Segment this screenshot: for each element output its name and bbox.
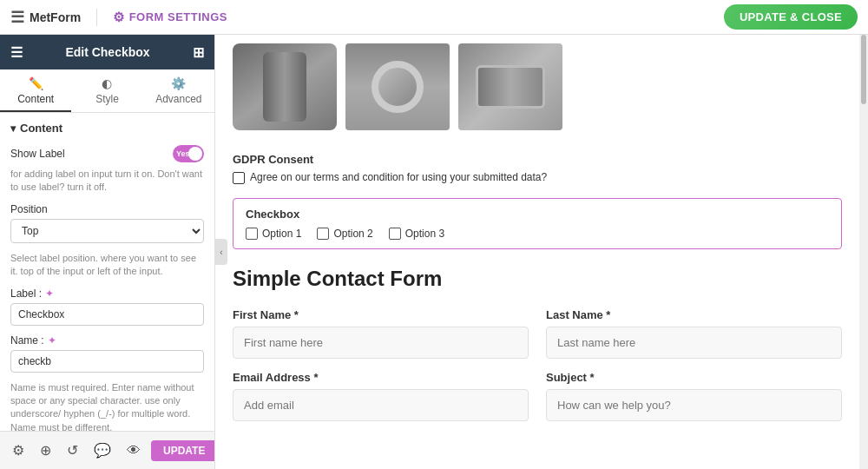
main-content: ‹ GDPR Consent [215, 35, 868, 469]
product-image-2 [345, 43, 450, 130]
sidebar-tabs: ✏️ Content ◐ Style ⚙️ Advanced [0, 69, 214, 113]
name-field-label: Name : [10, 334, 44, 347]
label-field-group: Label : ✦ [10, 287, 204, 326]
gdpr-checkbox[interactable] [233, 172, 245, 184]
cb-box-3[interactable] [389, 228, 401, 240]
form-settings-label: FORM SETTINGS [129, 10, 227, 23]
label-field-input[interactable] [10, 303, 204, 326]
main-layout: ☰ Edit Checkbox ⊞ ✏️ Content ◐ Style ⚙️ … [0, 35, 868, 469]
content-tab-icon: ✏️ [29, 76, 43, 90]
update-button[interactable]: UPDATE [151, 440, 215, 461]
gdpr-text: Agree on our terms and condition for usi… [250, 171, 547, 183]
checkbox-option-2: Option 2 [317, 228, 372, 240]
hamburger-icon[interactable]: ☰ [10, 44, 23, 61]
checkbox-option-2-label: Option 2 [333, 228, 372, 240]
topbar-left: ☰ MetForm ⚙ FORM SETTINGS [10, 8, 227, 27]
settings-footer-icon[interactable]: ⚙ [7, 439, 30, 462]
logo-icon: ☰ [10, 8, 24, 27]
show-label-hint: for adding label on input turn it on. Do… [10, 168, 204, 195]
comment-footer-icon[interactable]: 💬 [89, 439, 116, 462]
logo-label: MetForm [30, 10, 81, 24]
checkbox-option-1-label: Option 1 [262, 228, 301, 240]
tab-advanced[interactable]: ⚙️ Advanced [143, 69, 214, 112]
position-select[interactable]: Top Left Right [10, 219, 204, 243]
cb-box-2[interactable] [317, 228, 329, 240]
collapse-handle[interactable]: ‹ [215, 239, 227, 265]
scrollbar-track [859, 35, 868, 469]
subject-input[interactable] [546, 389, 842, 421]
tab-content[interactable]: ✏️ Content [0, 69, 71, 112]
label-field-label: Label : [10, 287, 42, 300]
last-name-col: Last Name * [546, 308, 842, 359]
name-field-input[interactable] [10, 350, 204, 373]
first-name-input[interactable] [233, 327, 529, 359]
cb-box-1[interactable] [246, 228, 258, 240]
gdpr-section: GDPR Consent Agree on our terms and cond… [233, 153, 842, 184]
style-tab-icon: ◐ [102, 76, 112, 90]
label-field-label-row: Label : ✦ [10, 287, 204, 300]
last-name-input[interactable] [546, 327, 842, 359]
form-row-2: Email Address * Subject * [233, 371, 842, 421]
name-spark-icon: ✦ [48, 334, 56, 347]
form-row-1: First Name * Last Name * [233, 308, 842, 359]
subject-col: Subject * [546, 371, 842, 421]
sidebar-title: Edit Checkbox [65, 45, 149, 59]
email-input[interactable] [233, 389, 529, 421]
first-name-col: First Name * [233, 308, 529, 359]
topbar-logo: ☰ MetForm [10, 8, 81, 27]
sidebar-footer: ⚙ ⊕ ↺ 💬 👁 UPDATE ▲ [0, 431, 214, 469]
checkbox-option-3-label: Option 3 [405, 228, 444, 240]
tab-style-label: Style [95, 93, 119, 105]
sidebar-body: Content Show Label for adding label on i… [0, 113, 214, 431]
show-label-text: Show Label [10, 148, 65, 160]
show-label-row: Show Label [10, 145, 204, 162]
first-name-label: First Name * [233, 308, 529, 321]
grid-icon[interactable]: ⊞ [193, 44, 204, 61]
sidebar-header: ☰ Edit Checkbox ⊞ [0, 35, 214, 69]
tab-content-label: Content [17, 93, 54, 105]
eye-footer-icon[interactable]: 👁 [122, 439, 146, 462]
email-col: Email Address * [233, 371, 529, 421]
name-hint: Name is must required. Enter name withou… [10, 381, 204, 431]
last-name-label: Last Name * [546, 308, 842, 321]
position-group: Position Top Left Right [10, 203, 204, 243]
history-footer-icon[interactable]: ↺ [62, 439, 83, 462]
layers-footer-icon[interactable]: ⊕ [35, 439, 56, 462]
tab-advanced-label: Advanced [155, 93, 201, 105]
gear-icon: ⚙ [113, 10, 125, 25]
tab-style[interactable]: ◐ Style [71, 69, 142, 112]
product-images [233, 35, 842, 139]
subject-label: Subject * [546, 371, 842, 384]
gdpr-row: Agree on our terms and condition for usi… [233, 171, 842, 184]
product-image-1 [233, 43, 337, 130]
topbar-form-settings[interactable]: ⚙ FORM SETTINGS [113, 10, 227, 25]
name-field-group: Name : ✦ [10, 334, 204, 373]
scrollbar-thumb[interactable] [861, 35, 866, 104]
topbar: ☰ MetForm ⚙ FORM SETTINGS UPDATE & CLOSE [0, 0, 868, 35]
sidebar: ☰ Edit Checkbox ⊞ ✏️ Content ◐ Style ⚙️ … [0, 35, 215, 469]
update-close-button[interactable]: UPDATE & CLOSE [724, 4, 858, 30]
email-label: Email Address * [233, 371, 529, 384]
product-image-3 [458, 43, 562, 130]
checkbox-section: Checkbox Option 1 Option 2 Option 3 [233, 198, 842, 249]
name-field-label-row: Name : ✦ [10, 334, 204, 347]
checkbox-section-title: Checkbox [246, 208, 829, 221]
checkbox-option-3: Option 3 [389, 228, 444, 240]
form-title: Simple Contact Form [233, 267, 842, 291]
position-hint: Select label position. where you want to… [10, 252, 204, 279]
content-section-title: Content [10, 122, 204, 135]
advanced-tab-icon: ⚙️ [171, 76, 186, 90]
form-area: GDPR Consent Agree on our terms and cond… [215, 35, 859, 451]
show-label-toggle[interactable] [173, 145, 204, 162]
checkbox-options: Option 1 Option 2 Option 3 [246, 228, 829, 240]
checkbox-option-1: Option 1 [246, 228, 301, 240]
position-label: Position [10, 203, 204, 215]
spark-icon: ✦ [45, 287, 54, 300]
gdpr-title: GDPR Consent [233, 153, 842, 166]
